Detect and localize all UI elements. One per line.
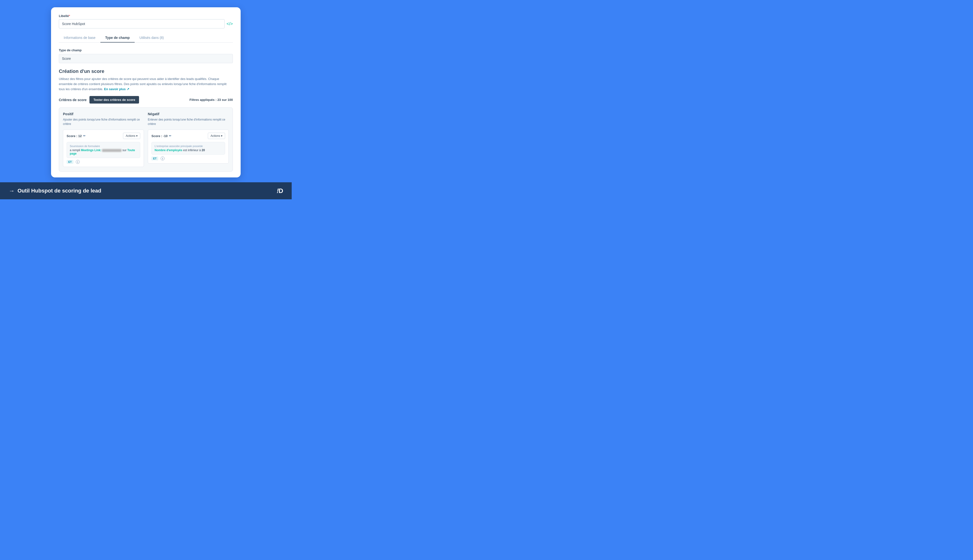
- learn-more-link[interactable]: En savoir plus ↗: [104, 87, 129, 91]
- test-criteria-button[interactable]: Tester des critères de score: [90, 96, 139, 103]
- positive-score-header: Score : 12 ✏ Actions ▾: [67, 133, 140, 139]
- creation-title: Création d'un score: [59, 68, 233, 74]
- negative-and-badge: ET: [152, 157, 158, 160]
- positive-filter-title: Soumission de formulaire: [70, 145, 137, 148]
- positive-filter-link[interactable]: Meetings Link:: [81, 148, 102, 152]
- tabs: Informations de base Type de champ Utili…: [59, 33, 233, 43]
- footer-text: → Outil Hubspot de scoring de lead: [9, 187, 102, 194]
- positive-filter-text: a rempli Meetings Link: sur Toute page: [70, 148, 137, 155]
- footer-bar: → Outil Hubspot de scoring de lead !D: [0, 182, 292, 199]
- footer-label: Outil Hubspot de scoring de lead: [18, 188, 102, 194]
- negative-title: Négatif: [148, 112, 229, 116]
- tab-informations[interactable]: Informations de base: [59, 33, 100, 43]
- positive-column: Positif Ajouter des points lorsqu'une fi…: [63, 112, 144, 167]
- positive-and-badge: ET: [67, 160, 73, 164]
- code-icon[interactable]: </>: [227, 22, 233, 27]
- positive-filter-blurred: [102, 149, 122, 152]
- negative-filter-link[interactable]: Nombre d'employés: [155, 148, 182, 152]
- libelle-input[interactable]: [59, 19, 225, 28]
- tab-utilise-dans[interactable]: Utilisés dans (8): [135, 33, 169, 43]
- negative-score-box: Score : -10 ✏ Actions ▾ L'entreprise ass…: [148, 130, 229, 163]
- field-label-row: Libellé* </>: [59, 14, 233, 28]
- negative-actions-button[interactable]: Actions ▾: [208, 133, 225, 139]
- negative-info-icon[interactable]: ℹ: [161, 157, 165, 160]
- tab-type-de-champ[interactable]: Type de champ: [100, 33, 135, 43]
- negative-filter-card: L'entreprise associée principale possède…: [152, 142, 225, 155]
- negative-score-value: Score : -10 ✏: [152, 134, 172, 138]
- score-columns: Positif Ajouter des points lorsqu'une fi…: [59, 107, 233, 172]
- positive-edit-icon[interactable]: ✏: [83, 134, 85, 138]
- type-champ-label: Type de champ: [59, 48, 233, 52]
- positive-info-icon[interactable]: ℹ: [76, 160, 80, 164]
- positive-and-row: ET ℹ: [67, 160, 140, 164]
- negative-filter-text: Nombre d'employés est inférieur à 20: [155, 148, 222, 152]
- negative-desc: Enlever des points lorsqu'une fiche d'in…: [148, 117, 229, 126]
- negative-score-header: Score : -10 ✏ Actions ▾: [152, 133, 225, 139]
- libelle-input-row: </>: [59, 19, 233, 28]
- criteria-row: Critères de score Tester des critères de…: [59, 96, 233, 103]
- positive-score-box: Score : 12 ✏ Actions ▾ Soumission de for…: [63, 130, 144, 167]
- main-card: Libellé* </> Informations de base Type d…: [51, 7, 241, 177]
- negative-column: Négatif Enlever des points lorsqu'une fi…: [148, 112, 229, 167]
- positive-title: Positif: [63, 112, 144, 116]
- type-champ-value[interactable]: Score: [59, 54, 233, 63]
- libelle-label: Libellé*: [59, 14, 233, 18]
- positive-actions-button[interactable]: Actions ▾: [123, 133, 140, 139]
- footer-arrow: →: [9, 187, 15, 194]
- negative-filter-title: L'entreprise associée principale possède: [155, 145, 222, 148]
- positive-filter-card: Soumission de formulaire a rempli Meetin…: [67, 142, 140, 158]
- footer-logo: !D: [277, 187, 283, 195]
- creation-desc: Utilisez des filtres pour ajouter des cr…: [59, 77, 233, 92]
- criteria-label: Critères de score: [59, 98, 87, 102]
- positive-score-value: Score : 12 ✏: [67, 134, 85, 138]
- filters-applied: Filtres appliqués : 23 sur 100: [190, 98, 233, 102]
- negative-filter-number: 20: [202, 148, 205, 152]
- negative-and-row: ET ℹ: [152, 157, 225, 160]
- positive-desc: Ajouter des points lorsqu'une fiche d'in…: [63, 117, 144, 126]
- negative-edit-icon[interactable]: ✏: [169, 134, 172, 138]
